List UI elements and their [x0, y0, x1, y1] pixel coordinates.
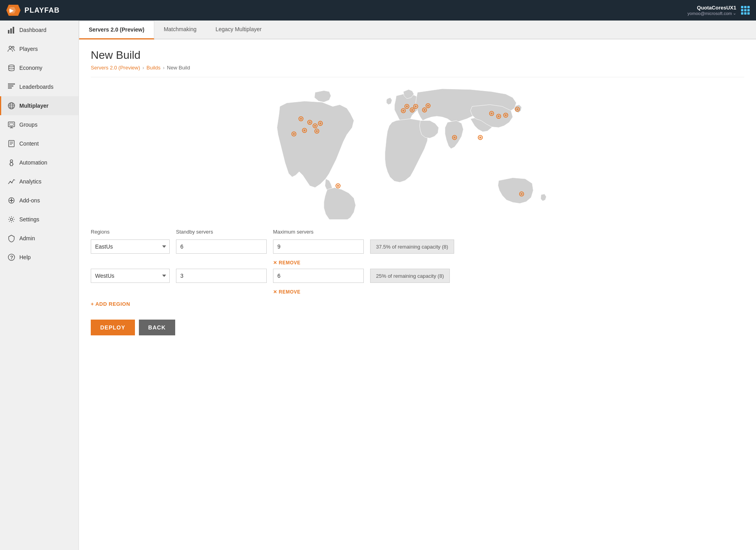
addons-icon: [7, 196, 15, 204]
svg-point-46: [303, 129, 305, 131]
breadcrumb: Servers 2.0 (Preview) › Builds › New Bui…: [91, 65, 744, 77]
breadcrumb-builds[interactable]: Builds: [146, 65, 160, 71]
globe-icon: [7, 102, 15, 110]
sidebar-item-help[interactable]: ? Help: [0, 248, 79, 267]
sidebar: Dashboard Players Economy Leaderboards: [0, 21, 79, 550]
region-row-1: EastUs WestUs NorthEurope WestEurope Eas…: [91, 239, 744, 267]
sidebar-item-players[interactable]: Players: [0, 39, 79, 58]
svg-point-6: [9, 46, 11, 49]
sidebar-item-settings[interactable]: Settings: [0, 210, 79, 229]
standby-label: Standby servers: [176, 229, 267, 235]
sidebar-label-settings: Settings: [19, 216, 39, 223]
svg-point-48: [293, 133, 295, 135]
breadcrumb-servers2[interactable]: Servers 2.0 (Preview): [91, 65, 140, 71]
svg-text:▶: ▶: [9, 7, 14, 13]
logo-text: PLAYFAB: [24, 6, 60, 15]
svg-text:?: ?: [10, 254, 13, 260]
svg-point-58: [402, 110, 404, 112]
svg-point-29: [10, 181, 11, 182]
max-input-1[interactable]: [273, 239, 364, 254]
svg-rect-9: [8, 84, 15, 84]
svg-point-52: [406, 105, 408, 107]
economy-icon: [7, 64, 15, 72]
sidebar-label-leaderboards: Leaderboards: [19, 84, 53, 90]
add-region-button[interactable]: + ADD REGION: [91, 298, 744, 310]
content-area: Servers 2.0 (Preview) Matchmaking Legacy…: [79, 21, 756, 550]
region-select-2[interactable]: EastUs WestUs NorthEurope WestEurope Eas…: [91, 269, 170, 283]
regions-label: Regions: [91, 229, 170, 235]
page-title: New Build: [91, 49, 744, 62]
svg-point-7: [12, 47, 14, 49]
svg-point-42: [314, 125, 316, 127]
standby-input-2[interactable]: [176, 269, 267, 283]
svg-rect-18: [9, 123, 13, 125]
sidebar-label-analytics: Analytics: [19, 178, 41, 185]
playfab-logo-icon: ▶: [6, 3, 21, 17]
groups-icon: [7, 121, 15, 129]
capacity-badge-1: 37.5% of remaining capacity (8): [370, 239, 454, 254]
chart-bar-icon: [7, 26, 15, 34]
sidebar-label-groups: Groups: [19, 122, 37, 128]
svg-rect-3: [8, 30, 9, 34]
svg-rect-4: [10, 28, 12, 34]
standby-input-1[interactable]: [176, 239, 267, 254]
content-icon: [7, 140, 15, 148]
help-icon: ?: [7, 253, 15, 261]
sidebar-label-automation: Automation: [19, 159, 47, 166]
svg-point-74: [337, 185, 339, 187]
user-area: QuotaCoresUX1 yomoo@microsoft.com ⌄: [687, 5, 750, 16]
sidebar-label-admin: Admin: [19, 235, 35, 241]
leaderboards-icon: [7, 83, 15, 91]
user-info: QuotaCoresUX1 yomoo@microsoft.com ⌄: [687, 5, 736, 16]
main-layout: Dashboard Players Economy Leaderboards: [0, 21, 756, 550]
sidebar-item-leaderboards[interactable]: Leaderboards: [0, 77, 79, 96]
svg-point-60: [427, 105, 429, 107]
sidebar-item-economy[interactable]: Economy: [0, 58, 79, 77]
max-label: Maximum servers: [273, 229, 364, 235]
tabs-bar: Servers 2.0 (Preview) Matchmaking Legacy…: [79, 21, 756, 39]
sidebar-label-help: Help: [19, 254, 31, 260]
sidebar-item-automation[interactable]: Automation: [0, 153, 79, 172]
grid-menu-icon[interactable]: [741, 6, 750, 15]
sidebar-label-economy: Economy: [19, 65, 42, 71]
breadcrumb-current: New Build: [167, 65, 190, 71]
tab-legacy[interactable]: Legacy Multiplayer: [206, 21, 271, 39]
svg-point-34: [10, 218, 13, 221]
tab-servers2[interactable]: Servers 2.0 (Preview): [79, 21, 154, 39]
back-button[interactable]: BACK: [139, 320, 175, 335]
sidebar-item-multiplayer[interactable]: Multiplayer: [0, 96, 79, 115]
sidebar-item-dashboard[interactable]: Dashboard: [0, 21, 79, 39]
sidebar-item-content[interactable]: Content: [0, 134, 79, 153]
svg-rect-5: [13, 27, 14, 34]
sidebar-item-addons[interactable]: Add-ons: [0, 191, 79, 210]
players-icon: [7, 45, 15, 53]
sidebar-label-addons: Add-ons: [19, 197, 40, 204]
svg-point-68: [505, 114, 507, 116]
region-select-1[interactable]: EastUs WestUs NorthEurope WestEurope Eas…: [91, 239, 170, 254]
action-buttons: DEPLOY BACK: [91, 320, 744, 335]
region-inputs-row-2: EastUs WestUs NorthEurope WestEurope Eas…: [91, 269, 744, 283]
svg-rect-11: [8, 88, 11, 88]
svg-point-72: [520, 193, 522, 195]
admin-icon: [7, 234, 15, 242]
logo-area: ▶ PLAYFAB: [6, 3, 60, 17]
sidebar-label-content: Content: [19, 140, 39, 147]
user-name: QuotaCoresUX1: [687, 5, 736, 11]
deploy-button[interactable]: DEPLOY: [91, 320, 135, 335]
region-row-2: EastUs WestUs NorthEurope WestEurope Eas…: [91, 269, 744, 296]
sidebar-item-admin[interactable]: Admin: [0, 229, 79, 248]
remove-row-2: ✕ REMOVE: [273, 288, 744, 296]
region-inputs-row-1: EastUs WestUs NorthEurope WestEurope Eas…: [91, 239, 744, 254]
tab-matchmaking[interactable]: Matchmaking: [154, 21, 206, 39]
remove-button-2[interactable]: ✕ REMOVE: [273, 288, 744, 296]
top-header: ▶ PLAYFAB QuotaCoresUX1 yomoo@microsoft.…: [0, 0, 756, 21]
remove-button-1[interactable]: ✕ REMOVE: [273, 258, 744, 267]
max-input-2[interactable]: [273, 269, 364, 283]
sidebar-item-analytics[interactable]: Analytics: [0, 172, 79, 191]
world-map: [91, 85, 744, 219]
remove-row-1: ✕ REMOVE: [273, 258, 744, 267]
svg-rect-21: [9, 140, 14, 147]
svg-point-56: [415, 105, 417, 107]
sidebar-item-groups[interactable]: Groups: [0, 115, 79, 134]
svg-point-40: [309, 121, 311, 123]
